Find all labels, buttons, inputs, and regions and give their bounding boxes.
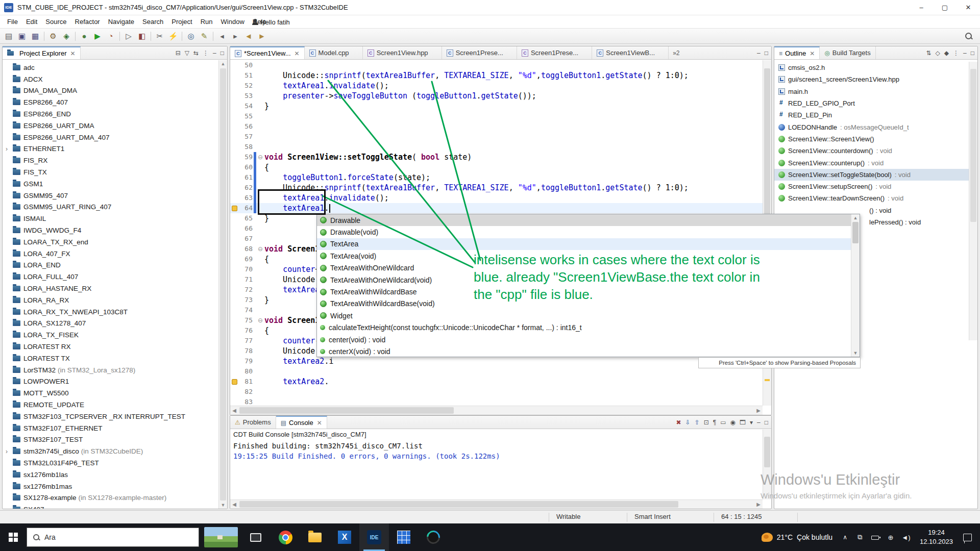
view-menu-icon[interactable]: ⋮ [203,49,209,57]
close-button[interactable]: ✕ [957,0,980,15]
toolbar-icon[interactable]: ⚙ [46,30,60,42]
outline-item[interactable]: Screen1View::setupScreen() : void [774,181,969,192]
toolbar-icon[interactable]: ▣ [15,30,29,42]
toolbar-icon[interactable]: ▶ [91,30,104,42]
sort-icon[interactable]: ⇅ [926,49,932,57]
project-item[interactable]: › LORA_407_FX [3,248,218,260]
outline-item[interactable]: Screen1View::counterdown() : void [774,145,969,157]
project-item[interactable]: › LORATEST RX [3,341,218,353]
terminate-icon[interactable]: ✖ [676,419,681,426]
link-editor-icon[interactable]: ⇆ [193,49,199,57]
toolbar-icon[interactable]: ◄ [242,30,255,42]
taskbar-app-icon[interactable] [359,523,389,551]
hidden-icons-chevron[interactable]: ∧ [838,534,852,541]
taskbar-clock[interactable]: 19:24 12.10.2023 [914,528,959,546]
news-widget-thumbnail[interactable] [204,527,238,547]
tab-problems[interactable]: ⚠ Problems [230,416,276,429]
project-item[interactable]: › GSMM95_UART_RING_407 [3,202,218,213]
toolbar-icon[interactable] [75,32,76,41]
scroll-left-icon[interactable]: ◀ [230,406,238,415]
outline-item[interactable]: gui/screen1_screen/Screen1View.hpp [774,73,969,85]
fold-column[interactable]: ⊖ [256,317,264,324]
popup-scrollbar[interactable]: ▲ ▼ [851,214,860,357]
tab-build-targets[interactable]: ◎ Build Targets [820,46,875,59]
project-item[interactable]: › stm32h745i_disco (in STM32CubeIDE) [3,445,218,457]
toolbar-icon[interactable]: ◂ [215,30,229,42]
editor-tab[interactable]: C *Screen1View... ✕ [230,46,305,59]
toolbar-icon[interactable] [213,32,213,41]
taskbar-search[interactable]: Ara [27,528,199,547]
taskbar-app-icon[interactable] [389,523,419,551]
scroll-right-icon[interactable]: ▶ [754,500,763,509]
scroll-up-icon[interactable]: ▲ [851,214,860,221]
close-icon[interactable]: ✕ [295,50,300,57]
code-line[interactable]: 62 ⊖ Unicode::snprintf(textArea1Buffer, … [230,183,763,193]
code-line[interactable]: 82 ⊖ [230,387,763,397]
scrollbar-thumb[interactable] [220,68,226,500]
close-icon[interactable]: ✕ [810,50,815,57]
pin-console-icon[interactable]: ◉ [730,419,736,426]
outline-item[interactable]: RED_LED_Pin [774,109,969,121]
maximize-view-icon[interactable]: □ [220,49,224,57]
project-item[interactable]: › FIS_TX [3,166,218,178]
project-item[interactable]: › LORA_FULL_407 [3,271,218,283]
outline-item[interactable]: Screen1View::Screen1View() [774,133,969,145]
toolbar-icon[interactable] [44,32,44,41]
outline-item[interactable]: RED_LED_GPIO_Port [774,97,969,109]
overview-marker[interactable] [765,379,770,381]
scrollbar-thumb[interactable] [764,437,770,467]
taskbar-app-icon[interactable] [330,523,359,551]
code-line[interactable]: 60 ⊖ { [230,162,763,172]
tab-overflow-indicator[interactable]: »2 [669,49,683,57]
project-item[interactable]: › GSMM95_407 [3,190,218,202]
project-item[interactable]: › MOTT_W5500 [3,387,218,399]
content-assist-item[interactable]: TextArea [317,238,851,250]
content-assist-item[interactable]: center(void) : void [317,334,851,345]
project-item[interactable]: › LOWPOWER1 [3,376,218,388]
editor-tab[interactable]: C Model.cpp ✕ [305,46,363,59]
project-item[interactable]: › SX1278-example (in SX1278-example-mast… [3,492,218,504]
project-item[interactable]: › ADCX [3,73,218,85]
fold-collapse-icon[interactable]: ⊖ [258,245,263,253]
outline-item[interactable]: cmsis_os2.h [774,62,969,73]
code-line[interactable]: 58 ⊖ [230,142,763,152]
outline-item[interactable]: Screen1View::setToggleState(bool) : void [774,169,969,181]
code-line[interactable]: 64 ⊖ textArea1. [230,203,763,213]
project-item[interactable]: › sx1276mb1mas [3,481,218,492]
editor-tab[interactable]: C Screen1Prese... ✕ [517,46,592,59]
menu-item[interactable]: Search [138,15,167,28]
maximize-button[interactable]: ▢ [933,0,957,15]
fold-column[interactable]: ⊖ [256,154,264,161]
search-icon[interactable] [965,32,973,40]
expand-arrow-icon[interactable]: › [6,145,13,153]
toolbar-icon[interactable]: ⚡ [166,30,180,42]
word-wrap-icon[interactable]: ¶ [713,419,716,426]
menu-item[interactable]: Run [197,15,217,28]
taskbar-app-icon[interactable] [419,523,448,551]
project-item[interactable]: › LOARA_TX_RX_end [3,236,218,248]
scrollbar-thumb[interactable] [239,407,454,414]
network-icon[interactable]: ⊕ [883,534,898,541]
project-item[interactable]: › STM32F107_TEST [3,434,218,446]
code-line[interactable]: 50 ⊖ [230,60,763,70]
show-next-icon[interactable]: ⇩ [685,419,691,426]
outline-item[interactable]: Screen1View::tearDownScreen() : void [774,192,969,204]
content-assist-item[interactable]: Widget [317,310,851,321]
menu-item[interactable]: Refactor [71,15,104,28]
code-line[interactable]: 54 ⊖ } [230,101,763,111]
menu-item[interactable]: File [3,15,22,28]
open-console-icon[interactable]: ▾ [750,419,753,426]
taskbar-app-icon[interactable] [241,523,271,551]
toolbar-icon[interactable] [119,32,120,41]
code-line[interactable]: 83 ⊖ [230,397,763,406]
toolbar-icon[interactable]: ✂ [153,30,166,42]
code-line[interactable]: 56 ⊖ [230,121,763,132]
clear-console-icon[interactable]: ▭ [720,419,726,426]
menu-item[interactable]: Edit [22,15,41,28]
editor-tab[interactable]: C Screen1View.hpp ✕ [363,46,442,59]
project-item[interactable]: › ESP8266_UART_DMA [3,120,218,132]
code-line[interactable]: 79 ⊖ textArea2.i [230,356,763,366]
code-line[interactable]: 81 ⊖ textArea2. [230,377,763,387]
user-account[interactable]: Hello fatih [248,15,294,29]
project-item[interactable]: › adc [3,62,218,73]
